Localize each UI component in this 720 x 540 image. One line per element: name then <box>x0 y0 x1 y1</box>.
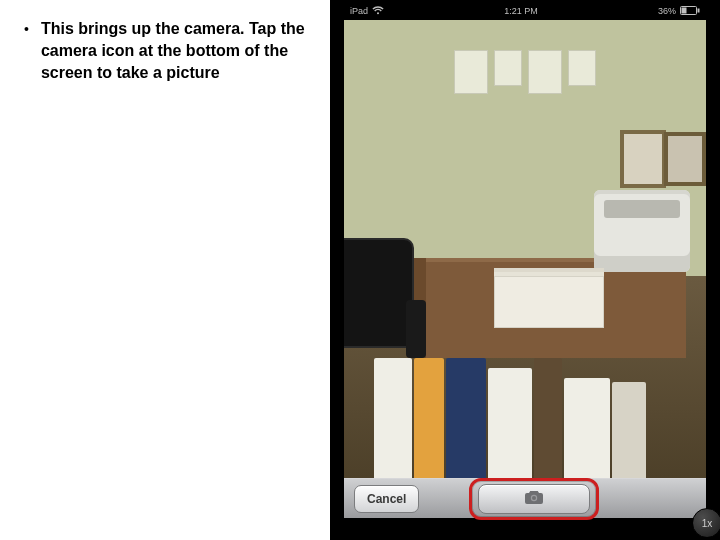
shutter-button[interactable] <box>478 484 590 514</box>
cancel-button[interactable]: Cancel <box>354 485 419 513</box>
wifi-icon <box>372 6 384 17</box>
device-screenshot-pane: iPad 1:21 PM 36% <box>330 0 720 540</box>
status-right: 36% <box>658 6 700 17</box>
camera-icon <box>524 490 544 508</box>
status-left: iPad <box>350 6 384 17</box>
cancel-button-label: Cancel <box>367 492 406 506</box>
zoom-badge[interactable]: 1x <box>692 508 720 538</box>
instruction-pane: • This brings up the camera. Tap the cam… <box>0 0 330 540</box>
status-bar: iPad 1:21 PM 36% <box>344 4 706 18</box>
instruction-text: This brings up the camera. Tap the camer… <box>41 18 318 84</box>
instruction-bullet-row: • This brings up the camera. Tap the cam… <box>18 18 318 84</box>
svg-point-4 <box>532 496 536 500</box>
battery-icon <box>680 6 700 17</box>
camera-viewfinder <box>344 20 706 478</box>
status-time: 1:21 PM <box>504 6 538 16</box>
bullet-glyph: • <box>18 18 29 40</box>
zoom-label: 1x <box>702 518 713 529</box>
device-frame: iPad 1:21 PM 36% <box>344 0 706 540</box>
slide-container: • This brings up the camera. Tap the cam… <box>0 0 720 540</box>
battery-percent: 36% <box>658 6 676 16</box>
camera-scene-illustration <box>344 20 706 478</box>
device-label: iPad <box>350 6 368 16</box>
shutter-button-highlighted <box>475 482 593 516</box>
svg-rect-1 <box>698 8 700 12</box>
camera-toolbar: Cancel <box>344 478 706 518</box>
svg-rect-2 <box>682 7 687 13</box>
